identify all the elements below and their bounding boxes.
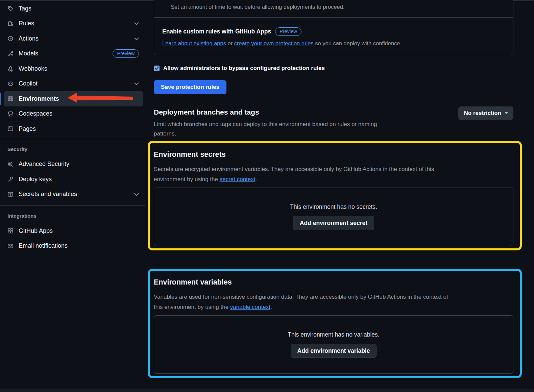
environments-icon xyxy=(7,96,14,102)
sidebar-item-label: Actions xyxy=(19,35,134,42)
deployment-branches-section: Deployment branches and tags No restrict… xyxy=(154,108,513,139)
sidebar-item-label: Advanced Security xyxy=(19,161,139,168)
sidebar-item-label: Copilot xyxy=(19,80,134,87)
custom-rules-links: Learn about existing apps or create your… xyxy=(162,40,505,47)
environment-secrets-description: Secrets are encrypted environment variab… xyxy=(154,164,513,185)
sidebar-section-integrations: Integrations xyxy=(0,206,145,223)
sidebar-item-models[interactable]: Models Preview xyxy=(4,46,143,62)
description-line: Variables are used for non-sensitive con… xyxy=(154,294,448,300)
sidebar-item-label: Tags xyxy=(19,5,139,12)
tag-icon xyxy=(7,5,14,11)
add-environment-secret-button[interactable]: Add environment secret xyxy=(293,216,374,230)
chevron-down-icon xyxy=(134,35,139,42)
custom-rules-section: Enable custom rules with GitHub Apps Pre… xyxy=(154,17,513,55)
asterisk-box-icon xyxy=(7,191,14,197)
description-text: environment by using the xyxy=(154,176,220,182)
custom-rules-title: Enable custom rules with GitHub Apps xyxy=(162,28,271,35)
sidebar-section-security: Security xyxy=(0,139,145,157)
chevron-down-icon xyxy=(134,80,139,87)
sidebar-item-deploy-keys[interactable]: Deploy keys xyxy=(4,172,143,187)
link-separator-text: or xyxy=(226,40,234,46)
sidebar-item-tags[interactable]: Tags xyxy=(4,1,143,16)
sidebar-item-label: Rules xyxy=(19,20,134,27)
rules-icon xyxy=(7,21,14,27)
sidebar-item-label: Secrets and variables xyxy=(19,191,134,198)
preview-badge: Preview xyxy=(275,27,301,36)
sidebar-item-label: Codespaces xyxy=(19,110,139,117)
webhook-icon xyxy=(7,66,14,72)
environment-variables-title: Environment variables xyxy=(154,278,513,286)
preview-badge: Preview xyxy=(113,49,139,58)
add-environment-variable-button[interactable]: Add environment variable xyxy=(291,344,377,358)
description-text: . xyxy=(270,304,272,310)
description-text: . xyxy=(256,176,257,182)
variable-context-link[interactable]: variable context xyxy=(230,304,270,310)
admin-bypass-label: Allow administrators to bypass configure… xyxy=(163,65,325,72)
variables-empty-state: This environment has no variables. Add e… xyxy=(154,315,513,374)
protection-rules-box: Set an amount of time to wait before all… xyxy=(154,0,513,55)
wait-timer-description: Set an amount of time to wait before all… xyxy=(154,0,513,17)
browser-icon xyxy=(7,126,14,132)
environment-secrets-highlight-annotation: Environment secrets Secrets are encrypte… xyxy=(148,141,522,250)
sidebar-item-advanced-security[interactable]: Advanced Security xyxy=(4,157,143,172)
branch-restriction-dropdown[interactable]: No restriction xyxy=(458,106,513,120)
sidebar-item-label: Email notifications xyxy=(19,242,139,249)
sidebar-item-label: Deploy keys xyxy=(19,176,139,183)
apps-grid-icon xyxy=(7,228,14,234)
models-icon xyxy=(7,51,14,57)
chevron-down-icon xyxy=(134,191,139,198)
dropdown-selected-value: No restriction xyxy=(464,110,501,117)
environment-variables-highlight-annotation: Environment variables Variables are used… xyxy=(148,269,522,378)
secrets-empty-text: This environment has no secrets. xyxy=(290,203,377,211)
sidebar-item-webhooks[interactable]: Webhooks xyxy=(4,61,143,76)
environment-secrets-title: Environment secrets xyxy=(154,151,513,158)
sidebar-item-label: Environments xyxy=(19,95,139,102)
sidebar-item-secrets-and-variables[interactable]: Secrets and variables xyxy=(4,187,143,202)
sidebar-item-environments[interactable]: Environments xyxy=(4,91,143,106)
description-text: this environment by using the xyxy=(154,304,230,310)
copilot-icon xyxy=(7,81,14,87)
environment-settings-main: Set an amount of time to wait before all… xyxy=(154,0,513,378)
save-protection-rules-button[interactable]: Save protection rules xyxy=(154,80,226,94)
secret-context-link[interactable]: secret context xyxy=(220,176,256,182)
sidebar-item-email-notifications[interactable]: Email notifications xyxy=(4,239,143,254)
create-protection-rules-link[interactable]: create your own protection rules xyxy=(234,40,314,46)
environment-variables-description: Variables are used for non-sensitive con… xyxy=(154,292,513,312)
sidebar-item-github-apps[interactable]: GitHub Apps xyxy=(4,223,143,239)
selected-nav-accent-bar xyxy=(0,93,1,105)
sidebar-item-label: Pages xyxy=(19,125,139,132)
play-circle-icon xyxy=(7,35,14,42)
sidebar-item-label: Webhooks xyxy=(19,65,139,72)
admin-bypass-checkbox[interactable] xyxy=(154,66,160,71)
sidebar-item-pages[interactable]: Pages xyxy=(4,121,143,137)
sidebar-item-copilot[interactable]: Copilot xyxy=(4,76,143,92)
chevron-down-icon xyxy=(134,20,139,27)
key-icon xyxy=(7,176,14,182)
deployment-branches-description: Limit which branches and tags can deploy… xyxy=(154,120,513,139)
sidebar-item-codespaces[interactable]: Codespaces xyxy=(4,106,143,122)
codespaces-icon xyxy=(7,111,14,117)
sidebar-item-rules[interactable]: Rules xyxy=(4,16,143,31)
secrets-empty-state: This environment has no secrets. Add env… xyxy=(154,188,513,246)
admin-bypass-row: Allow administrators to bypass configure… xyxy=(154,65,513,72)
bottom-edge-strip xyxy=(0,389,534,392)
sidebar-item-actions[interactable]: Actions xyxy=(4,31,143,46)
description-line: patterns. xyxy=(154,129,513,139)
code-scan-icon xyxy=(7,161,14,167)
description-line: Secrets are encrypted environment variab… xyxy=(154,166,434,172)
links-tail-text: so you can deploy with confidence. xyxy=(314,40,402,46)
mail-icon xyxy=(7,243,14,249)
sidebar-item-label: GitHub Apps xyxy=(19,227,139,235)
description-line: Limit which branches and tags can deploy… xyxy=(154,120,513,129)
settings-sidebar: Tags Rules Actions Models Preview Webhoo… xyxy=(0,1,145,253)
existing-apps-link[interactable]: Learn about existing apps xyxy=(162,40,226,46)
variables-empty-text: This environment has no variables. xyxy=(288,331,379,338)
sidebar-item-label: Models xyxy=(19,50,113,57)
caret-down-icon xyxy=(505,112,508,114)
